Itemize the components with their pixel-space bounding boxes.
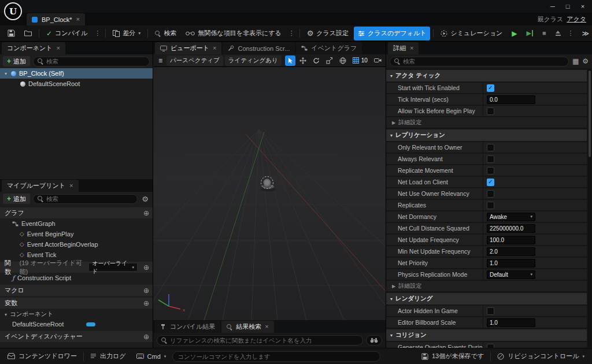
minimize-button[interactable]: ─ — [546, 0, 560, 13]
close-tab-icon[interactable]: × — [76, 16, 80, 23]
output-log-button[interactable]: 出力ログ — [86, 350, 130, 363]
editor-tab[interactable]: ビューポート × — [155, 42, 221, 54]
simulation-button[interactable]: シミュレーション — [436, 27, 506, 40]
viewport-options-button[interactable]: ≡ — [156, 55, 165, 66]
maximize-button[interactable]: □ — [561, 0, 575, 13]
class-settings-button[interactable]: ⚙ クラス設定 — [303, 27, 353, 40]
property-input[interactable]: 225000000.0 — [487, 224, 535, 233]
property-checkbox[interactable]: ✓ — [487, 144, 494, 151]
compile-options-button[interactable]: ⋮ — [92, 27, 102, 40]
my-blueprint-row[interactable]: EventGraph — [0, 218, 153, 229]
class-defaults-button[interactable]: クラスのデフォルト — [354, 27, 430, 40]
menu-item[interactable] — [79, 0, 89, 13]
scale-tool-button[interactable] — [324, 55, 335, 66]
toolbar-overflow-button[interactable]: ≫ — [578, 27, 592, 40]
property-input[interactable]: 0.0 — [487, 95, 535, 104]
my-blueprint-row[interactable]: イベントディスパッチャー ⊕ — [0, 331, 153, 342]
results-tab[interactable]: 結果検索 × — [221, 321, 273, 333]
unsaved-changes-button[interactable]: 13個が未保存です — [417, 350, 488, 363]
property-checkbox[interactable]: ✓ — [487, 190, 494, 198]
grid-snap-button[interactable]: 10 — [350, 55, 370, 66]
details-scrollbar[interactable] — [588, 69, 591, 347]
browse-to-asset-button[interactable] — [20, 27, 36, 40]
view-mode-dropdown[interactable]: ライティングあり — [225, 55, 282, 66]
gear-icon[interactable]: ⚙ — [140, 195, 150, 203]
move-tool-button[interactable] — [297, 55, 309, 66]
expander-icon[interactable]: ▾ — [3, 71, 8, 76]
close-tab-icon[interactable]: × — [69, 183, 73, 189]
revision-control-button[interactable]: リビジョンコントロール ▾ — [493, 350, 589, 363]
find-results-input[interactable] — [170, 337, 358, 344]
menu-item[interactable] — [68, 0, 79, 13]
my-blueprint-row[interactable]: DefaultSceneRoot — [0, 319, 153, 329]
property-input[interactable]: 2.0 — [487, 247, 535, 256]
property-checkbox[interactable]: ✓ — [487, 167, 494, 174]
override-dropdown[interactable]: オーバーライド ▾ — [88, 263, 138, 272]
my-blueprint-row[interactable]: グラフ ⊕ — [0, 207, 153, 218]
menu-item[interactable] — [47, 0, 58, 13]
property-input[interactable]: 1.0 — [487, 318, 535, 327]
world-local-toggle-button[interactable] — [337, 55, 349, 66]
property-checkbox[interactable]: ✓ — [487, 84, 494, 92]
my-blueprint-row[interactable]: 変数 ⊕ — [0, 298, 153, 309]
results-tab[interactable]: コンパイル結果 — [155, 321, 220, 333]
menu-item[interactable] — [58, 0, 68, 13]
camera-speed-button[interactable] — [372, 55, 384, 66]
category-expander-icon[interactable]: ▾ — [390, 296, 393, 302]
eject-button[interactable] — [552, 27, 565, 40]
property-input[interactable]: 1.0 — [487, 259, 535, 268]
component-tree-item[interactable]: ▾ BP_Clock (Self) — [0, 68, 153, 79]
property-checkbox[interactable]: ✓ — [487, 202, 494, 209]
my-blueprint-row[interactable]: 関数 (19 オーバーライド可能) オーバーライド ▾ ⊕ — [0, 262, 153, 273]
play-button[interactable]: ▶ — [508, 27, 521, 40]
hide-unrelated-options-button[interactable]: ⋮ — [287, 27, 297, 40]
viewport-canvas[interactable]: x — [153, 67, 386, 320]
component-tree-item[interactable]: DefaultSceneRoot — [0, 79, 153, 89]
menu-item[interactable] — [27, 0, 37, 13]
editor-tab[interactable]: Construction Scr... — [223, 42, 295, 54]
category-expander-icon[interactable]: ▾ — [390, 133, 393, 138]
add-blueprint-item-button[interactable]: + 追加 — [3, 194, 30, 204]
tab-my-blueprint[interactable]: マイブループリント × — [2, 180, 79, 192]
viewport-3d[interactable]: x — [153, 67, 386, 320]
close-tab-icon[interactable]: × — [410, 45, 413, 51]
details-settings-gear-icon[interactable]: ⚙ — [582, 58, 589, 65]
property-checkbox[interactable]: ✓ — [487, 155, 494, 163]
close-tab-icon[interactable]: × — [213, 45, 216, 51]
property-checkbox[interactable]: ✓ — [487, 179, 494, 186]
menu-item[interactable] — [89, 0, 99, 13]
parent-class-link[interactable]: アクタ — [567, 15, 586, 24]
advanced-expander-icon[interactable]: ▶ — [392, 120, 395, 125]
asset-tab[interactable]: BP_Clock* × — [27, 13, 85, 25]
category-expander-icon[interactable]: ▾ — [390, 73, 393, 79]
components-search-input[interactable] — [46, 58, 145, 65]
save-asset-button[interactable] — [3, 27, 19, 40]
property-checkbox[interactable]: ✓ — [487, 307, 494, 315]
add-item-button[interactable]: ⊕ — [143, 264, 149, 271]
advanced-expander-icon[interactable]: ▶ — [392, 284, 395, 289]
tab-details[interactable]: 詳細 × — [388, 42, 419, 54]
perspective-dropdown[interactable]: パースペクティブ — [166, 55, 223, 66]
select-tool-button[interactable] — [285, 55, 295, 66]
my-blueprint-row[interactable]: ▾ コンポーネント — [0, 310, 153, 319]
property-checkbox[interactable]: ✓ — [487, 344, 494, 348]
add-item-button[interactable]: ⊕ — [143, 333, 149, 340]
content-drawer-button[interactable]: コンテンツドロワー — [3, 350, 81, 363]
play-options-button[interactable]: ⋮ — [566, 27, 576, 40]
editor-tab[interactable]: イベントグラフ — [296, 42, 362, 54]
tab-components[interactable]: コンポーネント × — [2, 42, 65, 54]
find-button[interactable]: 検索 — [151, 27, 180, 40]
rotate-tool-button[interactable] — [310, 55, 322, 66]
property-dropdown[interactable]: Awake ▾ — [487, 213, 535, 221]
add-component-button[interactable]: + 追加 — [3, 56, 30, 66]
my-blueprint-row[interactable]: マクロ ⊕ — [0, 285, 153, 296]
hide-unrelated-button[interactable]: 無関係な項目を非表示にする — [182, 27, 285, 40]
unreal-logo-icon[interactable]: U — [4, 2, 22, 20]
find-in-blueprints-button[interactable] — [366, 335, 382, 346]
my-blueprint-search-input[interactable] — [46, 195, 133, 202]
close-tab-icon[interactable]: × — [57, 45, 60, 51]
property-matrix-icon[interactable]: ▦ — [572, 58, 579, 65]
close-tab-icon[interactable]: × — [265, 324, 268, 330]
compile-button[interactable]: ✓ コンパイル — [42, 27, 91, 40]
add-item-button[interactable]: ⊕ — [143, 210, 149, 217]
